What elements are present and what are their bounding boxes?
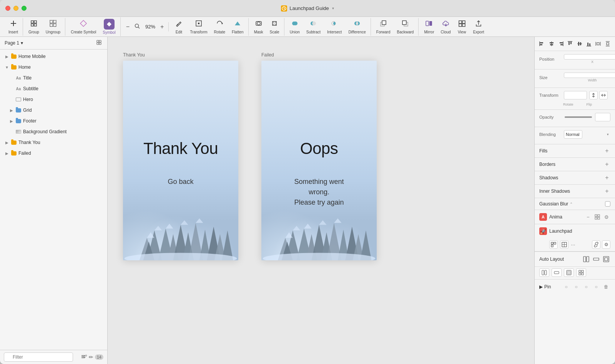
gaussian-blur-section[interactable]: Gaussian Blur ⌃ (535, 198, 615, 210)
auto-layout-icon-btn-3[interactable] (602, 255, 610, 263)
canvas[interactable]: Thank You Thank You Go back (108, 37, 534, 364)
svg-rect-36 (426, 21, 429, 26)
zoom-minus-button[interactable]: − (125, 23, 131, 31)
align-left-button[interactable] (538, 39, 546, 48)
fills-section[interactable]: Fills + (535, 144, 615, 158)
align-middle-v-button[interactable] (575, 39, 584, 48)
blending-label: Blending (539, 132, 562, 137)
borders-add-button[interactable]: + (603, 161, 610, 168)
ungroup-button[interactable]: Ungroup (43, 18, 63, 36)
title-text: Launchpad Guide (289, 5, 329, 11)
subtract-button[interactable]: Subtract (303, 18, 324, 36)
borders-section[interactable]: Borders + (535, 158, 615, 171)
rotate-button[interactable]: Rotate (211, 18, 228, 36)
auto-layout-icon-btn-2[interactable] (592, 255, 600, 263)
layer-item-footer[interactable]: ▶ Footer (0, 116, 107, 126)
mask-button[interactable]: Mask (251, 18, 266, 36)
align-top-button[interactable] (566, 39, 574, 48)
layer-item-bg-gradient[interactable]: ▶ Background Gradient (0, 126, 107, 137)
create-symbol-button[interactable]: Create Symbol (68, 18, 99, 36)
opacity-input[interactable] (595, 113, 610, 121)
anima-settings-button[interactable]: ⚙ (603, 213, 610, 221)
blending-select[interactable]: Normal Multiply Screen Overlay (564, 130, 582, 139)
pin-section: ▶ Pin ○ ○ ○ ○ 🗑 (535, 280, 615, 296)
flip-h-button[interactable] (589, 91, 598, 99)
auto-layout-icon-btn-1[interactable] (582, 255, 590, 263)
al-sub-btn-4[interactable] (576, 268, 586, 277)
pin-label[interactable]: ▶ Pin (539, 284, 551, 290)
pin-trash-button[interactable]: 🗑 (602, 283, 610, 291)
layer-item-hero[interactable]: ▶ Hero (0, 94, 107, 105)
align-center-h-button[interactable] (547, 39, 555, 48)
launchpad-icon-btn-2[interactable] (560, 240, 568, 249)
plugin-anima-header[interactable]: A Anima − ⚙ (535, 210, 615, 224)
zoom-plus-button[interactable]: + (159, 23, 165, 31)
flip-v-button[interactable] (599, 91, 608, 99)
launchpad-more-button[interactable]: ··· (571, 242, 575, 248)
minimize-button[interactable] (13, 6, 18, 11)
mirror-button[interactable]: Mirror (421, 18, 437, 36)
launchpad-icon-btn-1[interactable] (549, 240, 558, 249)
shadows-section[interactable]: Shadows + (535, 171, 615, 185)
position-x-input[interactable] (564, 54, 615, 60)
transform-rotate-input[interactable] (564, 91, 587, 99)
layer-item-home[interactable]: ▼ Home (0, 62, 107, 73)
pin-circle-btn-1[interactable]: ○ (562, 283, 570, 291)
layer-item-home-mobile[interactable]: ▶ Home Mobile (0, 51, 107, 62)
sidebar-grid-icon[interactable] (96, 40, 103, 46)
anima-minimize-button[interactable]: − (584, 213, 592, 221)
backward-button[interactable]: Backward (394, 18, 417, 36)
maximize-button[interactable] (22, 6, 27, 11)
scale-button[interactable]: Scale (267, 18, 283, 36)
pin-circle-btn-3[interactable]: ○ (582, 283, 590, 291)
pin-circle-btn-4[interactable]: ○ (592, 283, 600, 291)
layer-item-failed[interactable]: ▶ Failed (0, 148, 107, 159)
pencil-icon[interactable]: ✏ (89, 354, 93, 360)
view-button[interactable]: View (454, 18, 470, 36)
plugin-launchpad-header[interactable]: 🚀 Launchpad (535, 224, 615, 238)
flatten-button[interactable]: Flatten (229, 18, 247, 36)
layer-item-title[interactable]: ▶ Aa Title (0, 73, 107, 83)
layer-item-subtitle[interactable]: ▶ Aa Subtitle (0, 83, 107, 94)
layer-item-grid[interactable]: ▶ Grid (0, 105, 107, 116)
export-button[interactable]: Export (470, 18, 487, 36)
svg-rect-42 (97, 40, 99, 42)
inner-shadows-add-button[interactable]: + (603, 188, 610, 195)
edit-layers-icon[interactable] (81, 354, 87, 361)
union-button[interactable]: Union (287, 18, 303, 36)
filter-input[interactable] (4, 352, 73, 362)
al-sub-btn-1[interactable] (539, 268, 549, 277)
group-button[interactable]: Group (25, 18, 42, 36)
close-button[interactable] (5, 6, 10, 11)
anima-expand-button[interactable] (593, 213, 601, 221)
size-width-input[interactable] (564, 73, 615, 78)
title-chevron-icon[interactable]: ▾ (332, 6, 334, 10)
opacity-slider[interactable] (565, 116, 592, 118)
insert-button[interactable]: Insert (5, 18, 21, 36)
difference-button[interactable]: Difference (345, 18, 369, 36)
align-bottom-button[interactable] (585, 39, 593, 48)
gaussian-blur-checkbox[interactable] (605, 201, 610, 207)
artboard-failed[interactable]: Oops Something went wrong. Please try ag… (261, 61, 377, 260)
symbol-button[interactable]: Symbol (100, 17, 118, 36)
edit-button[interactable]: Edit (171, 18, 186, 36)
intersect-button[interactable]: Intersect (324, 18, 345, 36)
fills-add-button[interactable]: + (603, 147, 610, 154)
layer-item-thank-you[interactable]: ▶ Thank You (0, 137, 107, 148)
shadows-add-button[interactable]: + (603, 174, 610, 181)
distribute-v-button[interactable] (603, 39, 612, 48)
artboard-thank-you[interactable]: Thank You Go back (123, 61, 238, 260)
launchpad-gear-button[interactable]: ⚙ (602, 240, 610, 249)
transform-button[interactable]: Transform (187, 18, 210, 36)
launchpad-sub-row: ··· ⚙ (535, 238, 615, 251)
pin-circle-btn-2[interactable]: ○ (572, 283, 580, 291)
align-right-button[interactable] (557, 39, 565, 48)
distribute-h-button[interactable] (594, 39, 602, 48)
page-selector[interactable]: Page 1 ▾ (5, 40, 23, 46)
cloud-button[interactable]: Cloud (437, 18, 454, 36)
forward-button[interactable]: Forward (373, 18, 394, 36)
al-sub-btn-3[interactable] (564, 268, 574, 277)
al-sub-btn-2[interactable] (552, 268, 562, 277)
launchpad-link-button[interactable] (592, 240, 600, 249)
inner-shadows-section[interactable]: Inner Shadows + (535, 185, 615, 198)
